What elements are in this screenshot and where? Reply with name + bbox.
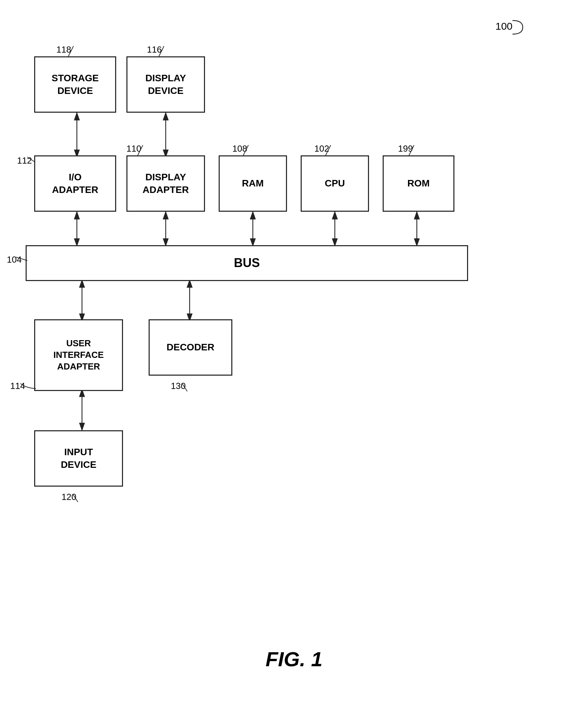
- user-interface-adapter-box: USERINTERFACEADAPTER: [34, 319, 123, 391]
- ref-118: 118: [56, 44, 71, 55]
- bus-box: BUS: [26, 245, 468, 281]
- ram-label: RAM: [242, 177, 264, 190]
- storage-device-label: STORAGE DEVICE: [35, 72, 115, 97]
- display-adapter-box: DISPLAYADAPTER: [126, 155, 205, 212]
- ref-100: 100: [495, 20, 512, 32]
- ram-box: RAM: [219, 155, 287, 212]
- ref-199: 199: [398, 143, 413, 154]
- decoder-box: DECODER: [149, 319, 232, 376]
- cpu-label: CPU: [325, 177, 345, 190]
- diagram: 100: [0, 0, 588, 712]
- display-device-box: DISPLAYDEVICE: [126, 56, 205, 113]
- ref-114: 114: [10, 381, 25, 391]
- storage-device-box: STORAGE DEVICE: [34, 56, 116, 113]
- ref-104: 104: [7, 254, 22, 265]
- io-adapter-box: I/OADAPTER: [34, 155, 116, 212]
- ref-120: 120: [61, 492, 76, 502]
- figure-label: FIG. 1: [265, 647, 323, 671]
- input-device-label: INPUTDEVICE: [61, 446, 96, 471]
- ref-116: 116: [147, 44, 162, 55]
- display-device-label: DISPLAYDEVICE: [146, 72, 186, 97]
- input-device-box: INPUTDEVICE: [34, 430, 123, 487]
- decoder-label: DECODER: [166, 341, 214, 353]
- rom-label: ROM: [407, 177, 429, 190]
- ref-112: 112: [17, 155, 32, 166]
- bus-label: BUS: [234, 255, 260, 271]
- ref-108: 108: [232, 143, 247, 154]
- rom-box: ROM: [383, 155, 454, 212]
- cpu-box: CPU: [301, 155, 369, 212]
- ref-102: 102: [314, 143, 329, 154]
- user-interface-adapter-label: USERINTERFACEADAPTER: [53, 338, 104, 372]
- ref-110: 110: [126, 143, 141, 154]
- display-adapter-label: DISPLAYADAPTER: [142, 171, 189, 196]
- io-adapter-label: I/OADAPTER: [52, 171, 98, 196]
- ref-130: 130: [171, 381, 186, 391]
